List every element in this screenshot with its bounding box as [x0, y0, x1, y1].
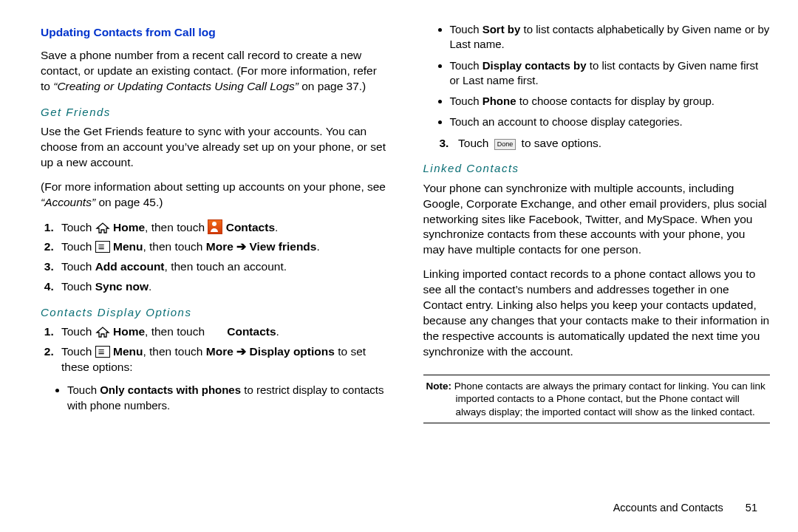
- heading-updating-contacts: Updating Contacts from Call log: [41, 25, 388, 41]
- arrow-icon: [233, 345, 250, 358]
- view-friends-label: View friends: [249, 240, 316, 253]
- bullet-only-contacts-with-phones: Touch Only contacts with phones to restr…: [67, 383, 388, 413]
- bullet-sort-by: Touch Sort by to list contacts alphabeti…: [450, 22, 771, 52]
- done-button-icon: Done: [494, 139, 516, 150]
- more-label: More: [206, 345, 233, 358]
- home-icon: [95, 326, 110, 338]
- text: , then touch: [143, 345, 205, 358]
- only-contacts-label: Only contacts with phones: [100, 383, 241, 396]
- text: , then touch: [145, 221, 208, 233]
- display-options-bullets-cont: Touch Sort by to list contacts alphabeti…: [423, 22, 771, 130]
- bullet-phone: Touch Phone to choose contacts for displ…: [450, 94, 771, 109]
- step-2: Touch Menu, then touch MoreView friends.: [57, 239, 388, 255]
- contacts-icon: [208, 219, 222, 234]
- note-label: Note:: [426, 381, 454, 392]
- text: Touch: [450, 23, 482, 35]
- bullet-display-contacts-by: Touch Display contacts by to list contac…: [450, 58, 771, 89]
- right-column: Touch Sort by to list contacts alphabeti…: [406, 22, 771, 517]
- step-1: Touch Home, then touch Contacts.: [57, 324, 388, 340]
- display-options-bullets: Touch Only contacts with phones to restr…: [41, 383, 388, 413]
- arrow-icon: [233, 240, 250, 253]
- more-label: More: [206, 240, 233, 253]
- note-box: Note: Phone contacts are always the prim…: [423, 375, 771, 424]
- text: , then touch an account.: [165, 260, 287, 273]
- step-number: 3.: [440, 137, 449, 149]
- text: to choose contacts for display by group.: [516, 95, 715, 107]
- step-3-save: 3. Touch Done to save options.: [423, 136, 771, 151]
- text: Touch: [450, 59, 482, 72]
- text: Touch: [61, 240, 95, 253]
- text: Touch: [61, 260, 95, 273]
- text: on page 45.): [98, 196, 163, 208]
- heading-get-friends: Get Friends: [41, 105, 388, 120]
- bullet-account-categories: Touch an account to choose display categ…: [450, 115, 771, 129]
- page-footer: Accounts and Contacts 51: [613, 501, 757, 516]
- manual-page: Updating Contacts from Call log Save a p…: [0, 0, 798, 532]
- home-label: Home: [113, 325, 145, 338]
- footer-section: Accounts and Contacts: [613, 502, 723, 514]
- text: Touch: [67, 383, 100, 396]
- para-get-friends-desc: Use the Get Friends feature to sync with…: [41, 124, 388, 171]
- add-account-label: Add account: [95, 260, 165, 273]
- menu-icon: [95, 241, 110, 253]
- para-save-phone-number: Save a phone number from a recent call r…: [41, 48, 388, 95]
- menu-label: Menu: [113, 240, 143, 253]
- note-body: imported contacts to a Phone contact, bu…: [426, 392, 768, 418]
- text: Touch: [61, 280, 95, 293]
- home-label: Home: [113, 221, 145, 233]
- text: Touch: [61, 345, 95, 358]
- text: , then touch: [143, 240, 205, 253]
- display-options-steps: Touch Home, then touch Contacts. Touch M…: [41, 324, 388, 375]
- menu-label: Menu: [113, 345, 143, 358]
- sync-now-label: Sync now: [95, 280, 149, 293]
- step-3: Touch Add account, then touch an account…: [57, 259, 388, 275]
- ref-creating-contacts: “Creating or Updating Contacts Using Cal…: [53, 80, 301, 92]
- text: Touch: [61, 221, 95, 233]
- phone-label: Phone: [482, 95, 516, 107]
- step-4: Touch Sync now.: [57, 279, 388, 295]
- text: Touch: [450, 95, 482, 107]
- text: Touch an account to choose display categ…: [450, 115, 683, 128]
- display-options-label: Display options: [249, 345, 334, 358]
- text: , then touch: [145, 325, 208, 338]
- sort-by-label: Sort by: [482, 23, 521, 35]
- text: Touch: [61, 325, 95, 338]
- step-1: Touch Home, then touch Contacts.: [57, 219, 388, 236]
- text: on page 37.): [301, 80, 366, 92]
- step-2: Touch Menu, then touch MoreDisplay optio…: [57, 344, 388, 375]
- heading-linked-contacts: Linked Contacts: [423, 161, 771, 176]
- left-column: Updating Contacts from Call log Save a p…: [41, 22, 406, 517]
- get-friends-steps: Touch Home, then touch Contacts. Touch M…: [41, 219, 388, 296]
- note-first-line: Phone contacts are always the primary co…: [454, 381, 765, 392]
- home-icon: [95, 222, 110, 233]
- text: to save options.: [522, 137, 602, 149]
- page-number: 51: [746, 502, 757, 514]
- ref-accounts: “Accounts”: [41, 196, 98, 208]
- display-contacts-by-label: Display contacts by: [482, 59, 587, 72]
- text: Touch: [458, 137, 492, 149]
- para-linked-sync: Your phone can synchronize with multiple…: [423, 181, 771, 259]
- heading-contacts-display-options: Contacts Display Options: [41, 305, 388, 320]
- contacts-label: Contacts: [227, 325, 276, 338]
- contacts-label: Contacts: [226, 221, 275, 233]
- para-get-friends-ref: (For more information about setting up a…: [41, 180, 388, 211]
- para-linked-benefits: Linking imported contact records to a ph…: [423, 267, 771, 360]
- menu-icon: [95, 346, 110, 358]
- text: (For more information about setting up a…: [41, 180, 386, 193]
